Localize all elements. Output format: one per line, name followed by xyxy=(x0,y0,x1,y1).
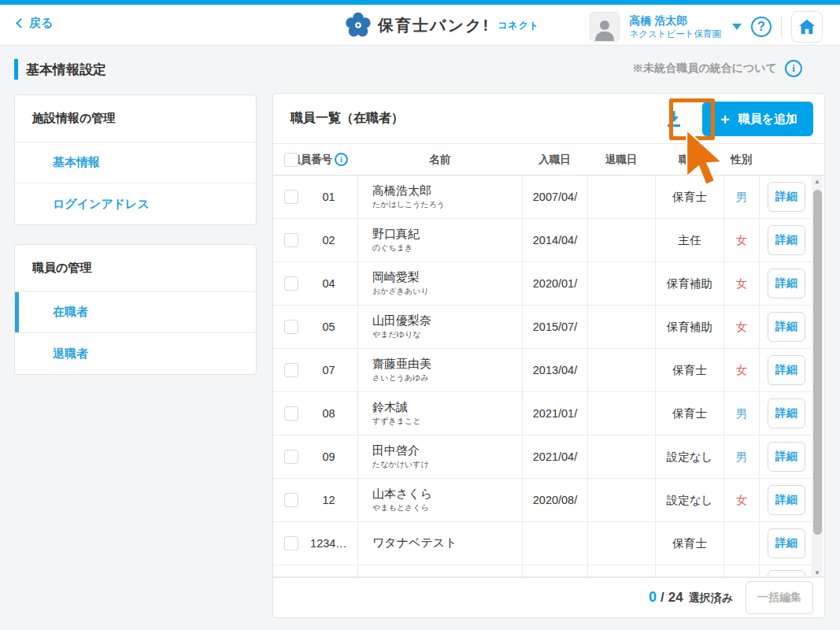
table-row: 04 岡崎愛梨 おかざきあいり 2020/01/ 保育補助 女 詳細 xyxy=(273,262,812,306)
selection-count: 0 / 24 選択済み xyxy=(649,589,733,606)
row-checkbox[interactable] xyxy=(284,536,298,550)
staff-kana: すずきまこと xyxy=(372,417,420,427)
sidebar-item-label: 退職者 xyxy=(53,346,88,361)
table-row: 09 田中啓介 たなかけいすけ 2021/04/ 設定なし 男 詳細 xyxy=(273,435,812,479)
join-date: 2021/04/ xyxy=(522,435,587,478)
join-date: 2015/07/ xyxy=(522,306,587,348)
user-org: ネクストビート保育園 xyxy=(629,28,721,41)
back-label: 戻る xyxy=(29,16,53,31)
selection-separator: / xyxy=(661,590,664,606)
staff-id: 09 xyxy=(300,435,357,478)
select-all-checkbox[interactable] xyxy=(284,153,298,167)
table-row: 02 野口真紀 のぐちまき 2014/04/ 主任 女 詳細 xyxy=(273,219,812,262)
staff-gender xyxy=(723,522,759,565)
user-name: 高橋 浩太郎 xyxy=(629,13,721,28)
staff-id: 05 xyxy=(300,306,357,348)
panel-header: 職員一覧（在職者） ＋ 職員を追加 xyxy=(273,94,824,144)
leave-date xyxy=(587,392,655,435)
table-scrollbar[interactable]: ▲ ▼ xyxy=(812,176,823,578)
info-icon[interactable]: i xyxy=(785,60,802,77)
row-checkbox[interactable] xyxy=(284,276,298,291)
help-button[interactable]: ? xyxy=(751,17,772,37)
table-header: 職員番号 i 名前 入職日 退職日 職種 性別 xyxy=(273,144,824,176)
add-staff-button[interactable]: ＋ 職員を追加 xyxy=(702,102,813,136)
staff-role: 保育士 xyxy=(655,349,723,391)
staff-id: 12 xyxy=(300,479,357,521)
sidebar-item-basic-info[interactable]: 基本情報 xyxy=(15,143,256,183)
row-checkbox-cell xyxy=(273,176,300,218)
join-date: 2020/01/ xyxy=(522,262,587,305)
id-info-icon[interactable]: i xyxy=(335,153,348,166)
column-gender: 性別 xyxy=(723,153,759,167)
row-checkbox[interactable] xyxy=(284,406,298,421)
page-note: ※未統合職員の統合について i xyxy=(632,60,802,77)
panel-footer: 0 / 24 選択済み 一括編集 xyxy=(273,576,824,617)
join-date xyxy=(522,522,587,565)
detail-button[interactable]: 詳細 xyxy=(768,398,805,428)
table-body: 01 高橋浩太郎 たかはしこうたろう 2007/04/ 保育士 男 詳細 02 … xyxy=(273,176,824,578)
leave-date xyxy=(587,349,655,391)
scrollbar-thumb[interactable] xyxy=(813,190,822,535)
staff-name: 山本さくら xyxy=(372,487,432,502)
detail-cell: 詳細 xyxy=(759,219,813,261)
column-name: 名前 xyxy=(357,153,522,167)
staff-id: 1234… xyxy=(300,522,357,565)
selected-label: 選択済み xyxy=(689,591,733,606)
row-checkbox[interactable] xyxy=(284,320,298,334)
staff-gender: 男 xyxy=(723,435,759,478)
staff-kana: やまだゆりな xyxy=(372,330,420,340)
plus-icon: ＋ xyxy=(718,109,732,128)
staff-role: 保育士 xyxy=(655,522,723,565)
staff-role: 保育補助 xyxy=(655,306,723,348)
staff-kana: たかはしこうたろう xyxy=(372,200,445,210)
staff-gender: 男 xyxy=(723,176,759,218)
detail-cell: 詳細 xyxy=(759,392,813,435)
table-row: 05 山田優梨奈 やまだゆりな 2015/07/ 保育補助 女 詳細 xyxy=(273,306,812,349)
detail-button[interactable]: 詳細 xyxy=(768,355,805,385)
staff-name-cell: ワタナベテスト xyxy=(357,522,522,565)
scroll-up-arrow[interactable]: ▲ xyxy=(812,176,823,187)
column-role: 職種 xyxy=(655,153,723,167)
chevron-left-icon xyxy=(16,18,26,28)
row-checkbox[interactable] xyxy=(284,233,298,247)
bulk-edit-button[interactable]: 一括編集 xyxy=(746,581,813,614)
detail-button[interactable]: 詳細 xyxy=(768,528,805,558)
sidebar-item-active-staff[interactable]: 在職者 xyxy=(15,292,256,333)
staff-list-panel: 職員一覧（在職者） ＋ 職員を追加 職員番号 i 名前 入職日 退職日 職種 xyxy=(272,93,825,618)
sidebar-item-login-address[interactable]: ログインアドレス xyxy=(15,183,256,224)
chevron-down-icon[interactable] xyxy=(732,24,742,30)
row-checkbox[interactable] xyxy=(284,493,298,507)
detail-button[interactable]: 詳細 xyxy=(768,442,805,472)
detail-cell: 詳細 xyxy=(759,522,813,565)
home-button[interactable] xyxy=(791,11,823,43)
staff-role: 設定なし xyxy=(655,479,723,521)
staff-gender: 男 xyxy=(723,392,759,435)
staff-name: 岡崎愛梨 xyxy=(372,270,420,285)
table-row: 08 鈴木誠 すずきまこと 2021/01/ 保育士 男 詳細 xyxy=(273,392,812,435)
row-checkbox[interactable] xyxy=(284,190,298,204)
staff-kana: さいとうあゆみ xyxy=(372,373,429,384)
staff-name: 山田優梨奈 xyxy=(372,313,431,328)
row-checkbox-cell xyxy=(273,219,300,261)
column-leave-date: 退職日 xyxy=(587,153,655,167)
join-date: 2020/08/ xyxy=(522,479,587,521)
table-row: 1234… ワタナベテスト 保育士 詳細 xyxy=(273,522,812,565)
detail-button[interactable]: 詳細 xyxy=(768,182,805,212)
staff-id: 01 xyxy=(300,176,357,218)
detail-button[interactable]: 詳細 xyxy=(768,269,805,298)
table-row: 01 高橋浩太郎 たかはしこうたろう 2007/04/ 保育士 男 詳細 xyxy=(273,176,812,219)
add-staff-label: 職員を追加 xyxy=(738,112,797,127)
sidebar-item-retired-staff[interactable]: 退職者 xyxy=(15,333,256,374)
detail-button[interactable]: 詳細 xyxy=(768,485,805,515)
download-button[interactable] xyxy=(657,102,691,136)
back-button[interactable]: 戻る xyxy=(17,16,53,31)
row-checkbox-cell xyxy=(273,349,300,391)
leave-date xyxy=(587,306,655,348)
user-info[interactable]: 高橋 浩太郎 ネクストビート保育園 xyxy=(629,13,721,40)
staff-gender: 女 xyxy=(723,306,759,348)
staff-name-cell: 山田優梨奈 やまだゆりな xyxy=(357,306,522,348)
detail-button[interactable]: 詳細 xyxy=(768,225,805,255)
row-checkbox[interactable] xyxy=(284,450,298,464)
row-checkbox[interactable] xyxy=(284,363,298,377)
detail-button[interactable]: 詳細 xyxy=(768,312,805,342)
